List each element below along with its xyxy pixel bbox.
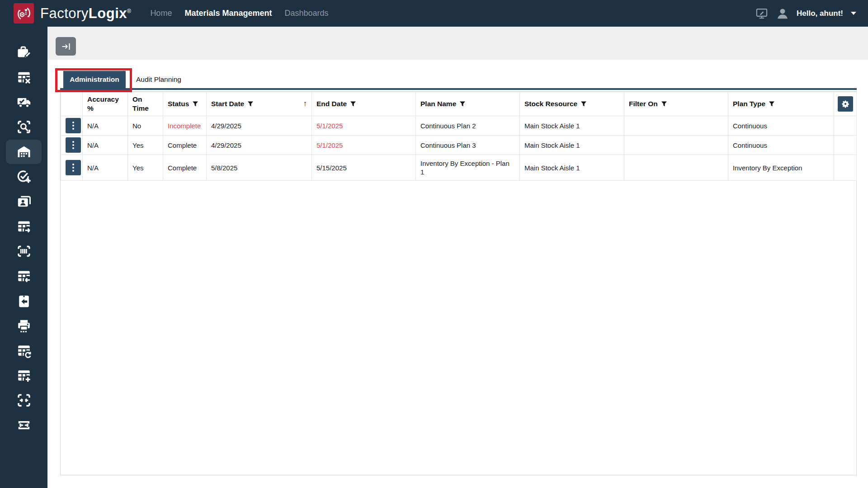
filter-funnel-icon[interactable] xyxy=(460,101,465,107)
column-header-on-time[interactable]: On Time xyxy=(128,92,163,116)
cell-plan-name: Continuous Plan 3 xyxy=(416,136,520,155)
audit-plans-grid: Accuracy % On Time Status Start Date ↑ E… xyxy=(60,91,857,475)
gear-icon xyxy=(841,99,850,108)
cell-on-time: No xyxy=(128,116,163,136)
cell-start-date: 4/29/2025 xyxy=(207,116,312,136)
sidebar-item-table-add[interactable] xyxy=(0,363,47,388)
column-header-end-date[interactable]: End Date xyxy=(312,92,416,116)
sidebar-item-clipboard-return[interactable] xyxy=(0,288,47,313)
row-menu-button[interactable] xyxy=(66,137,81,153)
nav-link-materials-management[interactable]: Materials Management xyxy=(184,9,272,18)
cell-filter-on xyxy=(624,155,728,181)
table-export-icon xyxy=(16,218,32,235)
cell-status: Incomplete xyxy=(163,116,207,136)
content-top-strip xyxy=(47,27,868,60)
truck-check-icon xyxy=(16,94,32,110)
cell-plan-name: Inventory By Exception - Plan 1 xyxy=(416,155,520,181)
tab-audit-planning[interactable]: Audit Planning xyxy=(136,71,181,88)
table-remove-icon xyxy=(16,69,32,85)
tab-administration[interactable]: Administration xyxy=(63,71,126,88)
table-row[interactable]: N/A No Incomplete 4/29/2025 5/1/2025 Con… xyxy=(61,116,857,136)
column-header-menu xyxy=(61,92,83,116)
cell-end-date: 5/15/2025 xyxy=(312,155,416,181)
column-header-filter-on[interactable]: Filter On xyxy=(624,92,728,116)
sidebar-item-expand[interactable] xyxy=(0,413,47,437)
sidebar-item-warehouse[interactable] xyxy=(0,139,47,164)
sidebar-item-contact-cards[interactable] xyxy=(0,189,47,214)
table-row[interactable]: N/A Yes Complete 4/29/2025 5/1/2025 Cont… xyxy=(61,136,857,155)
row-menu-button[interactable] xyxy=(66,160,81,175)
grid-settings-button[interactable] xyxy=(838,96,853,112)
table-add-icon xyxy=(16,367,32,384)
cell-filter-on xyxy=(624,136,728,155)
nav-link-dashboards[interactable]: Dashboards xyxy=(284,9,328,18)
column-header-status[interactable]: Status xyxy=(163,92,207,116)
sidebar-item-work-order-edit[interactable] xyxy=(0,40,47,65)
sidebar-item-table-import[interactable] xyxy=(0,263,47,288)
cell-plan-type: Continuous xyxy=(728,116,834,136)
sidebar-item-table-remove[interactable] xyxy=(0,65,47,89)
filter-funnel-icon[interactable] xyxy=(769,101,774,107)
cell-filter-on xyxy=(624,116,728,136)
cell-status: Complete xyxy=(163,136,207,155)
filter-funnel-icon[interactable] xyxy=(581,101,586,107)
cell-stock-resource: Main Stock Aisle 1 xyxy=(520,116,624,136)
sidebar-item-scan-search[interactable] xyxy=(0,114,47,139)
cell-stock-resource: Main Stock Aisle 1 xyxy=(520,136,624,155)
column-header-accuracy[interactable]: Accuracy % xyxy=(83,92,128,116)
cell-plan-name: Continuous Plan 2 xyxy=(416,116,520,136)
column-header-stock-resource[interactable]: Stock Resource xyxy=(520,92,624,116)
cell-status: Complete xyxy=(163,155,207,181)
cell-settings xyxy=(834,136,857,155)
caret-down-icon[interactable] xyxy=(851,12,856,15)
cell-accuracy: N/A xyxy=(83,155,128,181)
table-refresh-icon xyxy=(16,343,32,359)
filter-funnel-icon[interactable] xyxy=(350,101,356,107)
table-row[interactable]: N/A Yes Complete 5/8/2025 5/15/2025 Inve… xyxy=(61,155,857,181)
brand-name: FactoryLogix® xyxy=(40,5,131,22)
column-header-plan-type[interactable]: Plan Type xyxy=(728,92,834,116)
sidebar-item-table-refresh[interactable] xyxy=(0,338,47,363)
sidebar-item-consolidate[interactable] xyxy=(0,388,47,413)
cell-end-date: 5/1/2025 xyxy=(312,116,416,136)
top-navbar: FactoryLogix® Home Materials Management … xyxy=(0,0,868,27)
factorylogix-logo[interactable] xyxy=(14,3,34,23)
cell-start-date: 4/29/2025 xyxy=(207,136,312,155)
row-menu-button[interactable] xyxy=(66,118,81,133)
cell-accuracy: N/A xyxy=(83,136,128,155)
user-greeting[interactable]: Hello, ahunt! xyxy=(797,9,843,18)
filter-funnel-icon[interactable] xyxy=(248,101,253,107)
sidebar-item-audit-check-add[interactable] xyxy=(0,164,47,189)
user-avatar-icon[interactable] xyxy=(775,6,790,21)
scan-search-icon xyxy=(16,119,32,135)
monitor-edit-icon[interactable] xyxy=(755,7,769,20)
filter-funnel-icon[interactable] xyxy=(193,101,198,107)
main-nav: Home Materials Management Dashboards xyxy=(150,9,328,18)
filter-funnel-icon[interactable] xyxy=(661,101,667,107)
navbar-right: Hello, ahunt! xyxy=(755,6,856,21)
audit-check-add-icon xyxy=(16,169,32,185)
cell-stock-resource: Main Stock Aisle 1 xyxy=(520,155,624,181)
contact-cards-icon xyxy=(16,193,32,210)
printer-icon xyxy=(16,318,32,334)
collapse-panel-button[interactable] xyxy=(56,37,76,56)
tab-strip-underline xyxy=(60,88,857,90)
consolidate-arrows-in-icon xyxy=(16,392,32,408)
column-header-start-date[interactable]: Start Date ↑ xyxy=(207,92,312,116)
cell-start-date: 5/8/2025 xyxy=(207,155,312,181)
nav-link-home[interactable]: Home xyxy=(150,9,172,18)
cell-accuracy: N/A xyxy=(83,116,128,136)
header-row: Accuracy % On Time Status Start Date ↑ E… xyxy=(61,92,857,116)
cell-end-date: 5/1/2025 xyxy=(312,136,416,155)
left-sidebar xyxy=(0,27,47,488)
sidebar-item-barcode-scan[interactable] xyxy=(0,239,47,263)
barcode-scan-icon xyxy=(16,243,32,259)
sidebar-item-truck-check[interactable] xyxy=(0,89,47,114)
sidebar-item-table-export[interactable] xyxy=(0,214,47,239)
logo-bolt-icon xyxy=(16,5,32,22)
sidebar-item-printer[interactable] xyxy=(0,313,47,338)
arrow-to-bar-icon xyxy=(60,41,72,52)
column-header-plan-name[interactable]: Plan Name xyxy=(416,92,520,116)
column-header-settings xyxy=(834,92,857,116)
expand-arrows-out-icon xyxy=(16,417,32,433)
